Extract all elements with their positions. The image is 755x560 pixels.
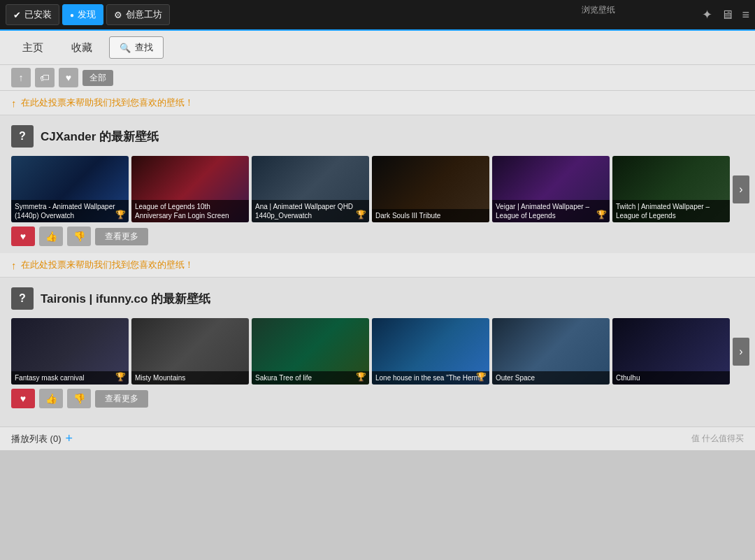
tab-discover[interactable]: ● 发现	[62, 4, 103, 25]
section-title-1: CJXander 的最新壁纸	[41, 129, 159, 145]
thumbup-button-2[interactable]: 👍	[39, 389, 63, 408]
search-label: 查找	[135, 41, 153, 54]
menu-icon[interactable]: ≡	[742, 8, 749, 22]
wallpaper-card-wp6[interactable]: Twitch | Animated Wallpaper – League of …	[612, 156, 730, 222]
heart-button-2[interactable]: ♥	[11, 389, 35, 408]
section-header-1: ? CJXander 的最新壁纸	[11, 125, 744, 148]
wp-grid-wrapper-2: Fantasy mask carnival🏆Misty MountainsSak…	[11, 318, 744, 385]
wallpaper-card-wp9[interactable]: Sakura Tree of life🏆	[252, 318, 369, 385]
display-icon[interactable]: 🖥	[721, 8, 733, 22]
section-avatar-2: ?	[11, 287, 34, 310]
wp-grid-2: Fantasy mask carnival🏆Misty MountainsSak…	[11, 318, 744, 385]
heart-button-1[interactable]: ♥	[11, 227, 35, 246]
vote-text-1: 在此处投票来帮助我们找到您喜欢的壁纸！	[21, 96, 194, 109]
wallpaper-label-wp5: Veigar | Animated Wallpaper – League of …	[492, 200, 610, 222]
wallpaper-label-wp4: Dark Souls III Tribute	[372, 209, 489, 222]
settings-icon[interactable]: ✦	[702, 7, 712, 22]
wallpaper-badge-wp9: 🏆	[356, 372, 366, 382]
wallpaper-label-wp3: Ana | Animated Wallpaper QHD 1440p_Overw…	[252, 200, 369, 222]
filter-tag-all[interactable]: 全部	[82, 70, 113, 86]
thumbdown-button-2[interactable]: 👎	[67, 389, 91, 408]
wallpaper-label-wp2: League of Legends 10th Anniversary Fan L…	[131, 200, 249, 222]
nav-bar: 主页 收藏 🔍 查找	[0, 31, 755, 65]
wallpaper-label-wp6: Twitch | Animated Wallpaper – League of …	[612, 200, 730, 222]
wallpaper-label-wp11: Outer Space	[492, 371, 610, 385]
vote-arrow-icon-2: ↑	[11, 259, 17, 271]
wallpaper-badge-wp7: 🏆	[115, 372, 126, 382]
top-bar-right-icons: ✦ 🖥 ≡	[702, 7, 749, 22]
filter-row: ↑ 🏷 ♥ 全部	[0, 65, 755, 91]
action-row-1: ♥ 👍 👎 查看更多	[11, 222, 744, 249]
wallpaper-badge-wp1: 🏆	[115, 210, 126, 220]
section-avatar-1: ?	[11, 125, 34, 148]
bottom-bar: 播放列表 (0) + 值 什么值得买	[0, 426, 755, 450]
wallpaper-label-wp1: Symmetra - Animated Wallpaper (1440p) Ov…	[11, 200, 129, 222]
wallpaper-card-wp5[interactable]: Veigar | Animated Wallpaper – League of …	[492, 156, 610, 222]
top-bar-tabs: ✔ 已安装 ● 发现 ⚙ 创意工坊	[6, 4, 170, 25]
section-taironis: ? Taironis | ifunny.co 的最新壁纸 Fantasy mas…	[0, 278, 755, 415]
wp-next-arrow-2[interactable]: ›	[733, 338, 749, 366]
watermark: 值 什么值得买	[691, 433, 744, 445]
wallpaper-card-wp7[interactable]: Fantasy mask carnival🏆	[11, 318, 129, 385]
vote-bar-1: ↑ 在此处投票来帮助我们找到您喜欢的壁纸！	[0, 91, 755, 115]
wallpaper-label-wp7: Fantasy mask carnival	[11, 371, 129, 385]
wallpaper-card-wp3[interactable]: Ana | Animated Wallpaper QHD 1440p_Overw…	[252, 156, 369, 222]
action-row-2: ♥ 👍 👎 查看更多	[11, 385, 744, 411]
main-content: ? CJXander 的最新壁纸 Symmetra - Animated Wal…	[0, 115, 755, 426]
section-title-2: Taironis | ifunny.co 的最新壁纸	[41, 291, 210, 307]
wallpaper-badge-wp5: 🏆	[596, 210, 607, 220]
wallpaper-card-wp11[interactable]: Outer Space	[492, 318, 610, 385]
more-button-2[interactable]: 查看更多	[95, 390, 148, 408]
wp-grid-wrapper-1: Symmetra - Animated Wallpaper (1440p) Ov…	[11, 156, 744, 222]
workshop-icon: ⚙	[114, 10, 122, 20]
bottom-left: 播放列表 (0) +	[11, 431, 73, 446]
section-cjxander: ? CJXander 的最新壁纸 Symmetra - Animated Wal…	[0, 115, 755, 253]
filter-heart-icon[interactable]: ♥	[59, 68, 78, 87]
wallpaper-label-wp12: Cthulhu	[612, 371, 730, 385]
vote-bar-2: ↑ 在此处投票来帮助我们找到您喜欢的壁纸！	[0, 253, 755, 278]
window-title: 浏览壁纸	[582, 4, 615, 16]
wallpaper-card-wp1[interactable]: Symmetra - Animated Wallpaper (1440p) Ov…	[11, 156, 129, 222]
installed-icon: ✔	[13, 10, 21, 20]
vote-text-2: 在此处投票来帮助我们找到您喜欢的壁纸！	[21, 259, 194, 271]
wallpaper-card-wp12[interactable]: Cthulhu	[612, 318, 730, 385]
wallpaper-card-wp8[interactable]: Misty Mountains	[131, 318, 249, 385]
thumbdown-button-1[interactable]: 👎	[67, 227, 91, 246]
wallpaper-card-wp4[interactable]: Dark Souls III Tribute	[372, 156, 489, 222]
wallpaper-badge-wp3: 🏆	[356, 210, 366, 220]
filter-up-icon[interactable]: ↑	[11, 68, 31, 87]
tab-installed[interactable]: ✔ 已安装	[6, 4, 59, 25]
wallpaper-label-wp10: Lone house in the sea "The Hermit"	[372, 371, 489, 385]
installed-label: 已安装	[24, 8, 52, 21]
wallpaper-card-wp10[interactable]: Lone house in the sea "The Hermit"🏆	[372, 318, 489, 385]
filter-tag-icon[interactable]: 🏷	[35, 68, 55, 87]
wp-next-arrow-1[interactable]: ›	[733, 175, 749, 203]
wallpaper-badge-wp10: 🏆	[476, 372, 487, 382]
discover-label: 发现	[78, 8, 96, 21]
wallpaper-card-wp2[interactable]: League of Legends 10th Anniversary Fan L…	[131, 156, 249, 222]
vote-arrow-icon-1: ↑	[11, 97, 17, 109]
search-icon: 🔍	[120, 43, 131, 53]
wp-grid-1: Symmetra - Animated Wallpaper (1440p) Ov…	[11, 156, 744, 222]
nav-home[interactable]: 主页	[11, 37, 55, 59]
wallpaper-label-wp8: Misty Mountains	[131, 371, 249, 385]
section-header-2: ? Taironis | ifunny.co 的最新壁纸	[11, 287, 744, 310]
add-playlist-button[interactable]: +	[66, 431, 73, 446]
workshop-label: 创意工坊	[126, 8, 162, 21]
wallpaper-label-wp9: Sakura Tree of life	[252, 371, 369, 385]
tab-workshop[interactable]: ⚙ 创意工坊	[106, 4, 170, 25]
thumbup-button-1[interactable]: 👍	[39, 227, 63, 246]
more-button-1[interactable]: 查看更多	[95, 228, 148, 245]
discover-icon: ●	[70, 11, 74, 19]
top-bar: ✔ 已安装 ● 发现 ⚙ 创意工坊 浏览壁纸 ✦ 🖥 ≡	[0, 0, 755, 31]
nav-search[interactable]: 🔍 查找	[109, 36, 164, 59]
bottom-right: 值 什么值得买	[691, 433, 744, 445]
nav-favorites[interactable]: 收藏	[60, 37, 103, 59]
playlist-label: 播放列表 (0)	[11, 433, 62, 445]
